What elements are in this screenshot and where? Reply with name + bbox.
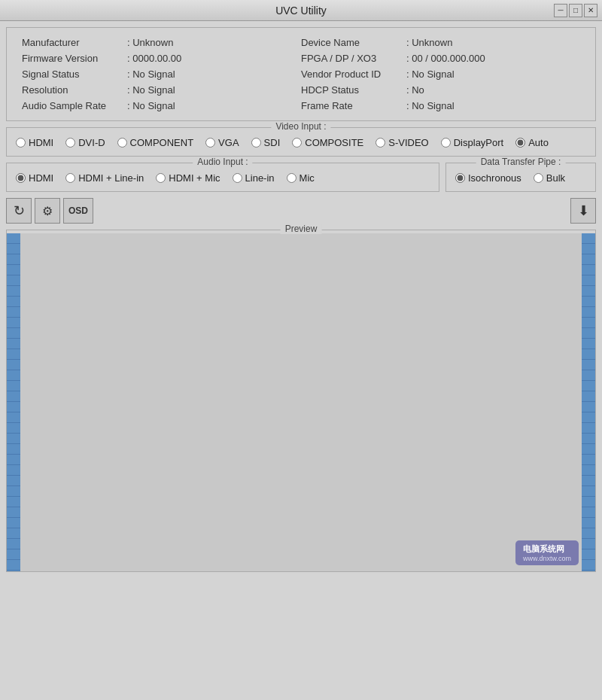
- video-hdmi-option[interactable]: HDMI: [16, 137, 53, 148]
- audio-hdmi-linein-radio[interactable]: [65, 173, 75, 183]
- data-transfer-legend: Data Transfer Pipe :: [476, 157, 566, 167]
- toolbar-left: ↻ ⚙ OSD: [6, 198, 93, 224]
- audio-sample-value: : No Signal: [127, 100, 175, 111]
- firmware-value: : 0000.00.00: [127, 53, 181, 64]
- main-content: Manufacturer : Unknown Device Name : Unk…: [0, 21, 602, 700]
- toolbar: ↻ ⚙ OSD ⬇: [6, 198, 596, 224]
- signal-value: : No Signal: [127, 68, 175, 80]
- preview-right-pattern: [582, 233, 595, 571]
- video-composite-option[interactable]: COMPOSITE: [292, 137, 363, 148]
- video-vga-radio[interactable]: [205, 138, 215, 148]
- data-transfer-group: Isochronous Bulk: [455, 172, 586, 184]
- audio-sample-row: Audio Sample Rate : No Signal: [22, 100, 301, 111]
- preview-main-area: [20, 233, 582, 571]
- video-svideo-radio[interactable]: [375, 138, 385, 148]
- manufacturer-label: Manufacturer: [22, 37, 127, 48]
- video-component-radio[interactable]: [117, 138, 127, 148]
- fpga-label: FPGA / DP / XO3: [301, 53, 406, 64]
- video-vga-option[interactable]: VGA: [205, 137, 239, 148]
- preview-panel: Preview 电脑系统网 www.dnxtw.com: [6, 230, 596, 572]
- data-transfer-panel: Data Transfer Pipe : Isochronous Bulk: [445, 163, 596, 192]
- isochronous-option[interactable]: Isochronous: [455, 172, 521, 184]
- audio-hdmi-mic-option[interactable]: HDMI + Mic: [156, 172, 220, 184]
- maximize-button[interactable]: □: [569, 4, 582, 17]
- video-dvid-option[interactable]: DVI-D: [65, 137, 105, 148]
- title-bar: UVC Utility ─ □ ✕: [0, 0, 602, 21]
- hdcp-value: : No: [406, 84, 424, 96]
- manufacturer-row: Manufacturer : Unknown: [22, 37, 301, 48]
- manufacturer-value: : Unknown: [127, 37, 173, 48]
- video-component-option[interactable]: COMPONENT: [117, 137, 194, 148]
- audio-hdmi-linein-option[interactable]: HDMI + Line-in: [65, 172, 144, 184]
- device-name-label: Device Name: [301, 37, 406, 48]
- watermark-line1: 电脑系统网: [523, 543, 571, 555]
- resolution-label: Resolution: [22, 84, 127, 96]
- bulk-option[interactable]: Bulk: [534, 172, 565, 184]
- video-hdmi-radio[interactable]: [16, 138, 26, 148]
- video-input-group: HDMI DVI-D COMPONENT VGA SDI COMPOSITE S…: [16, 137, 586, 148]
- close-button[interactable]: ✕: [584, 4, 597, 17]
- device-name-value: : Unknown: [406, 37, 452, 48]
- video-input-legend: Video Input :: [271, 121, 330, 132]
- hdcp-row: HDCP Status : No: [301, 84, 580, 96]
- device-name-row: Device Name : Unknown: [301, 37, 580, 48]
- isochronous-radio[interactable]: [455, 173, 465, 183]
- audio-mic-option[interactable]: Mic: [287, 172, 315, 184]
- refresh-icon: ↻: [14, 202, 25, 219]
- download-button[interactable]: ⬇: [570, 198, 596, 224]
- preview-left-sidebar: [7, 233, 20, 571]
- audio-linein-option[interactable]: Line-in: [233, 172, 275, 184]
- frame-rate-row: Frame Rate : No Signal: [301, 100, 580, 111]
- frame-rate-value: : No Signal: [406, 100, 455, 111]
- video-composite-radio[interactable]: [292, 138, 302, 148]
- osd-label: OSD: [68, 205, 88, 216]
- info-panel: Manufacturer : Unknown Device Name : Unk…: [6, 27, 596, 121]
- fpga-value: : 00 / 000.000.000: [406, 53, 485, 64]
- download-icon: ⬇: [578, 202, 589, 219]
- preview-right-sidebar: [582, 233, 595, 571]
- watermark-line2: www.dnxtw.com: [523, 555, 571, 562]
- panels-row: Audio Input : HDMI HDMI + Line-in HDMI +…: [6, 163, 596, 192]
- audio-mic-radio[interactable]: [287, 173, 296, 183]
- audio-sample-label: Audio Sample Rate: [22, 100, 127, 111]
- hdcp-label: HDCP Status: [301, 84, 406, 96]
- preview-legend: Preview: [281, 224, 322, 234]
- video-auto-option[interactable]: Auto: [515, 137, 549, 148]
- vendor-row: Vendor Product ID : No Signal: [301, 68, 580, 80]
- signal-label: Signal Status: [22, 68, 127, 80]
- audio-input-group: HDMI HDMI + Line-in HDMI + Mic Line-in M…: [16, 172, 430, 184]
- preview-left-pattern: [7, 233, 20, 571]
- video-displayport-radio[interactable]: [441, 138, 451, 148]
- audio-hdmi-radio[interactable]: [16, 173, 26, 183]
- refresh-button[interactable]: ↻: [6, 198, 32, 224]
- osd-button[interactable]: OSD: [63, 198, 93, 224]
- audio-hdmi-mic-radio[interactable]: [156, 173, 166, 183]
- video-auto-radio[interactable]: [515, 138, 525, 148]
- video-dvid-radio[interactable]: [65, 138, 75, 148]
- preview-content: [7, 230, 595, 571]
- minimize-button[interactable]: ─: [554, 4, 567, 17]
- video-displayport-option[interactable]: DisplayPort: [441, 137, 503, 148]
- firmware-label: Firmware Version: [22, 53, 127, 64]
- resolution-value: : No Signal: [127, 84, 175, 96]
- audio-linein-radio[interactable]: [233, 173, 242, 183]
- vendor-value: : No Signal: [406, 68, 455, 80]
- info-grid: Manufacturer : Unknown Device Name : Unk…: [22, 37, 580, 111]
- audio-hdmi-option[interactable]: HDMI: [16, 172, 53, 184]
- video-sdi-option[interactable]: SDI: [251, 137, 281, 148]
- video-sdi-radio[interactable]: [251, 138, 261, 148]
- audio-input-legend: Audio Input :: [193, 157, 252, 167]
- vendor-label: Vendor Product ID: [301, 68, 406, 80]
- frame-rate-label: Frame Rate: [301, 100, 406, 111]
- video-input-panel: Video Input : HDMI DVI-D COMPONENT VGA S…: [6, 127, 596, 157]
- audio-input-panel: Audio Input : HDMI HDMI + Line-in HDMI +…: [6, 163, 439, 192]
- settings-button[interactable]: ⚙: [35, 198, 60, 224]
- video-svideo-option[interactable]: S-VIDEO: [375, 137, 428, 148]
- resolution-row: Resolution : No Signal: [22, 84, 301, 96]
- bulk-radio[interactable]: [534, 173, 543, 183]
- fpga-row: FPGA / DP / XO3 : 00 / 000.000.000: [301, 53, 580, 64]
- settings-icon: ⚙: [42, 204, 53, 218]
- window-title: UVC Utility: [275, 5, 327, 17]
- firmware-row: Firmware Version : 0000.00.00: [22, 53, 301, 64]
- window-controls: ─ □ ✕: [554, 4, 597, 17]
